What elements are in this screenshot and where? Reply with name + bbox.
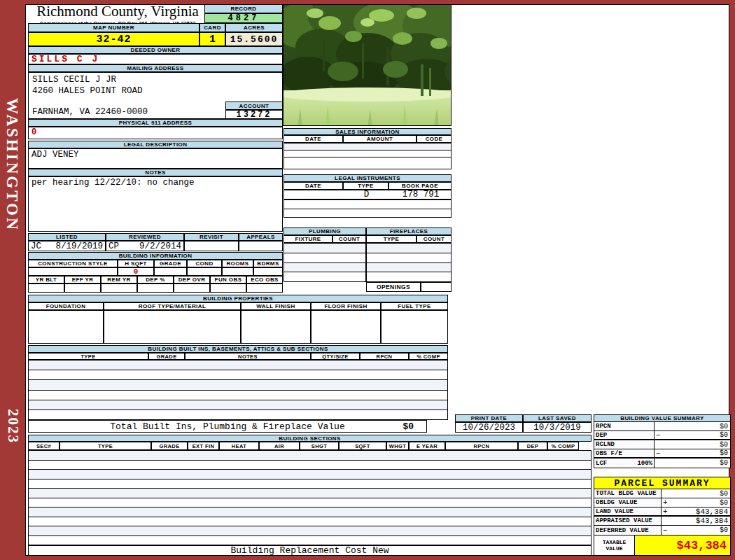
parcel-land-op: + [662,507,671,515]
dep-pct-value [137,284,174,293]
revisit-value [184,241,239,251]
grade-value [154,267,187,276]
mailing-line-1: SILLS CECIL J JR [32,75,116,85]
cond-label: COND [187,260,222,267]
revisit-label: REVISIT [184,233,239,241]
fireplace-empty-rows [366,243,451,282]
h-sqft-value: 0 [118,267,154,276]
deeded-owner-label: DEEDED OWNER [28,46,283,54]
parcel-total-bldg-value: $0 [671,489,730,498]
bvs-lcf-label: LCF [596,460,607,467]
acres-value: 15.5600 [225,32,283,46]
eco-obs-label: ECO OBS [246,276,283,284]
parcel-appraised-label: APPRAISED VALUE [594,517,662,525]
bvs-lcf-value: $0 [664,458,730,468]
built-ins-comp-label: % COMP [409,353,448,360]
account-label: ACCOUNT [225,102,283,110]
openings-label: OPENINGS [366,282,421,292]
foundation-value [28,310,104,344]
parcel-total-bldg-op [662,489,671,498]
built-ins-notes-label: NOTES [185,353,311,360]
sales-empty-rows [284,143,451,169]
property-photo [283,4,451,126]
property-record-card: WASHINGTON 2023 Richmond County, Virgini… [0,0,735,560]
built-ins-total-value: $0 [402,421,414,432]
yr-blt-value [28,284,64,293]
grade-label: GRADE [154,260,187,267]
bvs-obs-label: OBS F/E [594,449,654,457]
rem-yr-value [101,284,137,293]
dep-pct-label: DEP % [137,276,174,284]
sec-type-label: TYPE [59,442,151,450]
bvs-rclnd-op [654,440,664,449]
district-name-vertical: WASHINGTON [3,98,21,232]
appeals-label: APPEALS [239,233,283,241]
map-number-label: MAP NUMBER [28,23,200,32]
notes-value: per hearing 12/22/10: no change [28,176,283,232]
physical-911-label: PHYSICAL 911 ADDRESS [28,119,283,127]
built-ins-qty-label: QTY/SIZE [311,353,360,360]
acres-label: ACRES [225,23,283,32]
instrument-type-label: TYPE [343,182,388,190]
mailing-line-2: 4260 HALES POINT ROAD [32,86,143,96]
building-sections-empty-rows [28,450,592,545]
account-value: 13272 [225,110,283,119]
physical-911-value: 0 [28,127,283,139]
reviewed-label: REVIEWED [106,233,184,241]
parcel-row-land: LAND VALUE + $43,384 [594,507,730,517]
plumbing-empty-rows [284,243,366,282]
last-saved-label: LAST SAVED [523,414,592,422]
sales-date-label: DATE [284,135,343,143]
bvs-row-obs: OBS F/E − $0 [594,449,730,458]
county-header: Richmond County, Virginia Commissioner o… [31,3,204,24]
legal-description-value: ADJ VENEY [28,148,283,169]
h-sqft-label: H SQFT [118,260,154,267]
instrument-date-label: DATE [284,182,343,190]
sec-shgt-label: SHGT [300,442,339,450]
bvs-rpcn-op [654,422,664,430]
instrument-empty-rows [284,200,451,218]
fireplace-type-label: TYPE [366,235,416,243]
legal-instruments-title: LEGAL INSTRUMENTS [284,174,451,182]
bdrms-label: BDRMS [253,260,283,267]
listed-date: 8/19/2019 [55,241,103,251]
sec-air-label: AIR [259,442,300,450]
bvs-lcf-label-cell: LCF 100% [594,458,654,468]
plumbing-title: PLUMBING [284,227,366,235]
floor-finish-label: FLOOR FINISH [311,302,381,310]
parcel-obldg-label: OBLDG VALUE [594,498,662,507]
rooms-value [222,267,253,276]
property-photo-image [284,5,451,126]
fireplaces-title: FIREPLACES [366,227,451,235]
parcel-land-label: LAND VALUE [594,507,662,515]
cond-value [187,267,222,276]
instrument-bookpage-value: 178 791 [389,190,451,200]
construction-style-value [28,267,118,276]
print-date-value: 10/26/2023 [455,422,523,433]
reviewed-value: CP 9/2/2014 [106,241,184,251]
bvs-row-rpcn: RPCN $0 [594,422,730,431]
roof-type-label: ROOF TYPE/MATERIAL [104,302,241,310]
listed-initials: JC [31,241,41,251]
instrument-row-1: D 178 791 [284,190,451,200]
building-value-summary-title: BUILDING VALUE SUMMARY [594,414,731,422]
sec-grade-label: GRADE [151,442,188,450]
listed-label: LISTED [28,233,106,241]
bvs-row-lcf: LCF 100% $0 [594,458,730,468]
wall-finish-value [241,310,311,344]
built-ins-empty-rows [28,360,448,420]
parcel-land-value: $43,384 [671,507,730,515]
fuel-type-value [381,310,448,344]
parcel-appraised-op [662,517,671,525]
sales-amount-label: AMOUNT [343,135,416,143]
record-label: RECORD [204,4,283,13]
building-value-summary-table: RPCN $0 DEP − $0 RCLND $0 OBS F/E − $0 L… [594,422,731,468]
parcel-obldg-op: + [662,498,671,507]
bvs-dep-op: − [654,431,664,439]
footer-caption: Building Replacement Cost New [28,545,592,556]
card-value: 1 [200,32,225,46]
map-number-value: 32-42 [28,32,200,46]
card-label: CARD [200,23,225,32]
taxable-value-label: TAXABLE VALUE [594,536,635,555]
instrument-type-value: D [344,190,389,200]
